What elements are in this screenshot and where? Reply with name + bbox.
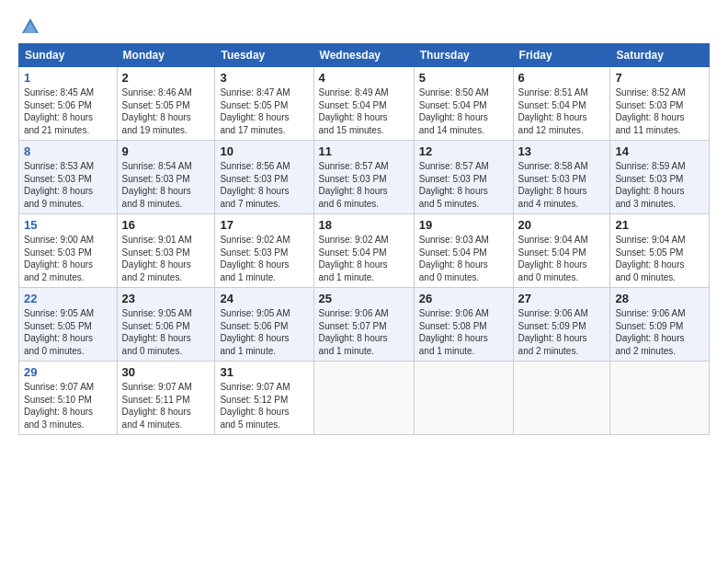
day-info: Sunrise: 9:06 AM Sunset: 5:07 PM Dayligh… xyxy=(319,307,409,357)
day-number: 30 xyxy=(122,365,210,379)
day-number: 22 xyxy=(24,292,112,305)
day-info: Sunrise: 8:53 AM Sunset: 5:03 PM Dayligh… xyxy=(24,160,112,210)
calendar-cell xyxy=(414,362,513,435)
calendar-cell: 1Sunrise: 8:45 AM Sunset: 5:06 PM Daylig… xyxy=(19,67,118,141)
calendar-cell: 2Sunrise: 8:46 AM Sunset: 5:05 PM Daylig… xyxy=(117,67,215,141)
logo-icon xyxy=(20,17,40,37)
calendar-cell: 4Sunrise: 8:49 AM Sunset: 5:04 PM Daylig… xyxy=(313,67,414,141)
calendar-cell: 23Sunrise: 9:05 AM Sunset: 5:06 PM Dayli… xyxy=(117,288,215,362)
calendar-header-row: SundayMondayTuesdayWednesdayThursdayFrid… xyxy=(19,44,710,67)
calendar-cell xyxy=(313,362,414,435)
day-info: Sunrise: 8:54 AM Sunset: 5:03 PM Dayligh… xyxy=(122,160,210,210)
calendar-cell: 11Sunrise: 8:57 AM Sunset: 5:03 PM Dayli… xyxy=(313,141,414,214)
weekday-header-friday: Friday xyxy=(513,44,610,67)
calendar-cell: 17Sunrise: 9:02 AM Sunset: 5:03 PM Dayli… xyxy=(215,214,313,288)
day-info: Sunrise: 9:07 AM Sunset: 5:12 PM Dayligh… xyxy=(220,381,308,431)
day-number: 15 xyxy=(24,218,112,232)
day-number: 9 xyxy=(122,144,210,158)
calendar-cell: 27Sunrise: 9:06 AM Sunset: 5:09 PM Dayli… xyxy=(513,288,610,362)
calendar-page: SundayMondayTuesdayWednesdayThursdayFrid… xyxy=(0,0,728,563)
header xyxy=(18,17,710,34)
calendar-cell: 28Sunrise: 9:06 AM Sunset: 5:09 PM Dayli… xyxy=(610,288,710,362)
day-info: Sunrise: 9:06 AM Sunset: 5:08 PM Dayligh… xyxy=(419,307,508,357)
day-number: 25 xyxy=(319,292,409,305)
calendar-cell: 19Sunrise: 9:03 AM Sunset: 5:04 PM Dayli… xyxy=(414,214,513,288)
calendar-cell: 29Sunrise: 9:07 AM Sunset: 5:10 PM Dayli… xyxy=(19,362,118,435)
day-info: Sunrise: 8:57 AM Sunset: 5:03 PM Dayligh… xyxy=(419,160,508,210)
weekday-header-wednesday: Wednesday xyxy=(313,44,414,67)
day-number: 4 xyxy=(319,71,409,85)
day-number: 7 xyxy=(615,71,704,85)
day-info: Sunrise: 8:59 AM Sunset: 5:03 PM Dayligh… xyxy=(615,160,704,210)
calendar-cell xyxy=(610,362,710,435)
day-number: 8 xyxy=(24,144,112,158)
calendar-cell: 12Sunrise: 8:57 AM Sunset: 5:03 PM Dayli… xyxy=(414,141,513,214)
calendar-cell: 9Sunrise: 8:54 AM Sunset: 5:03 PM Daylig… xyxy=(117,141,215,214)
calendar-cell: 3Sunrise: 8:47 AM Sunset: 5:05 PM Daylig… xyxy=(215,67,313,141)
day-number: 29 xyxy=(24,365,112,379)
weekday-header-saturday: Saturday xyxy=(610,44,710,67)
calendar-cell: 14Sunrise: 8:59 AM Sunset: 5:03 PM Dayli… xyxy=(610,141,710,214)
day-number: 19 xyxy=(419,218,508,232)
day-number: 11 xyxy=(319,144,409,158)
day-number: 16 xyxy=(122,218,210,232)
calendar-cell: 15Sunrise: 9:00 AM Sunset: 5:03 PM Dayli… xyxy=(19,214,118,288)
calendar-table: SundayMondayTuesdayWednesdayThursdayFrid… xyxy=(18,43,710,435)
day-info: Sunrise: 9:07 AM Sunset: 5:10 PM Dayligh… xyxy=(24,381,112,431)
calendar-cell: 16Sunrise: 9:01 AM Sunset: 5:03 PM Dayli… xyxy=(117,214,215,288)
weekday-header-thursday: Thursday xyxy=(414,44,513,67)
day-number: 27 xyxy=(518,292,606,305)
day-info: Sunrise: 8:49 AM Sunset: 5:04 PM Dayligh… xyxy=(319,86,409,136)
calendar-cell: 5Sunrise: 8:50 AM Sunset: 5:04 PM Daylig… xyxy=(414,67,513,141)
day-info: Sunrise: 9:06 AM Sunset: 5:09 PM Dayligh… xyxy=(518,307,606,357)
calendar-cell: 8Sunrise: 8:53 AM Sunset: 5:03 PM Daylig… xyxy=(19,141,118,214)
day-info: Sunrise: 8:56 AM Sunset: 5:03 PM Dayligh… xyxy=(220,160,308,210)
day-number: 13 xyxy=(518,144,606,158)
calendar-cell: 31Sunrise: 9:07 AM Sunset: 5:12 PM Dayli… xyxy=(215,362,313,435)
day-number: 1 xyxy=(24,71,112,85)
day-info: Sunrise: 9:05 AM Sunset: 5:06 PM Dayligh… xyxy=(122,307,210,357)
day-number: 14 xyxy=(615,144,704,158)
day-number: 28 xyxy=(615,292,704,305)
day-info: Sunrise: 8:51 AM Sunset: 5:04 PM Dayligh… xyxy=(518,86,606,136)
calendar-week-row: 1Sunrise: 8:45 AM Sunset: 5:06 PM Daylig… xyxy=(19,67,710,141)
day-number: 6 xyxy=(518,71,606,85)
day-number: 12 xyxy=(419,144,508,158)
day-info: Sunrise: 9:06 AM Sunset: 5:09 PM Dayligh… xyxy=(615,307,704,357)
day-info: Sunrise: 9:07 AM Sunset: 5:11 PM Dayligh… xyxy=(122,381,210,431)
weekday-header-sunday: Sunday xyxy=(19,44,118,67)
calendar-week-row: 8Sunrise: 8:53 AM Sunset: 5:03 PM Daylig… xyxy=(19,141,710,214)
calendar-cell: 10Sunrise: 8:56 AM Sunset: 5:03 PM Dayli… xyxy=(215,141,313,214)
day-info: Sunrise: 9:02 AM Sunset: 5:04 PM Dayligh… xyxy=(319,234,409,283)
day-info: Sunrise: 9:01 AM Sunset: 5:03 PM Dayligh… xyxy=(122,234,210,283)
day-info: Sunrise: 9:05 AM Sunset: 5:05 PM Dayligh… xyxy=(24,307,112,357)
day-info: Sunrise: 9:03 AM Sunset: 5:04 PM Dayligh… xyxy=(419,234,508,283)
day-info: Sunrise: 8:45 AM Sunset: 5:06 PM Dayligh… xyxy=(24,86,112,136)
calendar-week-row: 29Sunrise: 9:07 AM Sunset: 5:10 PM Dayli… xyxy=(19,362,710,435)
day-number: 17 xyxy=(220,218,308,232)
calendar-cell: 30Sunrise: 9:07 AM Sunset: 5:11 PM Dayli… xyxy=(117,362,215,435)
day-info: Sunrise: 8:58 AM Sunset: 5:03 PM Dayligh… xyxy=(518,160,606,210)
weekday-header-monday: Monday xyxy=(117,44,215,67)
calendar-cell xyxy=(513,362,610,435)
day-info: Sunrise: 9:04 AM Sunset: 5:05 PM Dayligh… xyxy=(615,234,704,283)
calendar-cell: 18Sunrise: 9:02 AM Sunset: 5:04 PM Dayli… xyxy=(313,214,414,288)
day-info: Sunrise: 8:46 AM Sunset: 5:05 PM Dayligh… xyxy=(122,86,210,136)
day-number: 24 xyxy=(220,292,308,305)
day-info: Sunrise: 8:47 AM Sunset: 5:05 PM Dayligh… xyxy=(220,86,308,136)
day-number: 21 xyxy=(615,218,704,232)
calendar-cell: 20Sunrise: 9:04 AM Sunset: 5:04 PM Dayli… xyxy=(513,214,610,288)
day-number: 3 xyxy=(220,71,308,85)
calendar-cell: 26Sunrise: 9:06 AM Sunset: 5:08 PM Dayli… xyxy=(414,288,513,362)
calendar-cell: 22Sunrise: 9:05 AM Sunset: 5:05 PM Dayli… xyxy=(19,288,118,362)
calendar-cell: 13Sunrise: 8:58 AM Sunset: 5:03 PM Dayli… xyxy=(513,141,610,214)
calendar-week-row: 15Sunrise: 9:00 AM Sunset: 5:03 PM Dayli… xyxy=(19,214,710,288)
day-number: 10 xyxy=(220,144,308,158)
day-info: Sunrise: 9:04 AM Sunset: 5:04 PM Dayligh… xyxy=(518,234,606,283)
day-info: Sunrise: 9:00 AM Sunset: 5:03 PM Dayligh… xyxy=(24,234,112,283)
calendar-cell: 21Sunrise: 9:04 AM Sunset: 5:05 PM Dayli… xyxy=(610,214,710,288)
logo xyxy=(18,17,40,34)
day-number: 20 xyxy=(518,218,606,232)
calendar-cell: 7Sunrise: 8:52 AM Sunset: 5:03 PM Daylig… xyxy=(610,67,710,141)
day-number: 26 xyxy=(419,292,508,305)
